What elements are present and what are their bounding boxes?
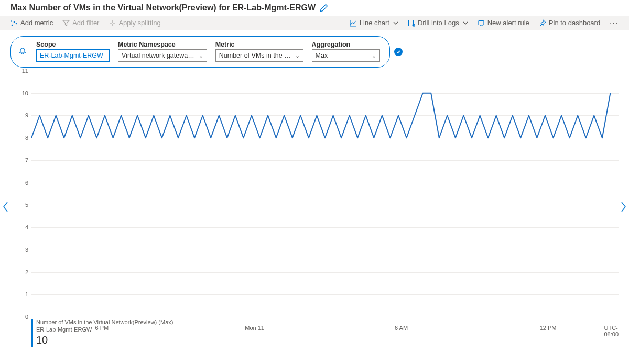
edit-title-icon[interactable] xyxy=(320,4,328,12)
y-tick: 6 xyxy=(16,180,28,186)
metric-select[interactable]: Number of VMs in the … ⌄ xyxy=(215,49,303,62)
y-tick: 5 xyxy=(16,202,28,208)
add-metric-icon xyxy=(10,19,18,27)
timezone-label: UTC-08:00 xyxy=(604,325,619,337)
filter-icon xyxy=(62,19,70,27)
y-tick: 8 xyxy=(16,135,28,141)
scope-label: Scope xyxy=(36,41,110,48)
chevron-down-icon: ⌄ xyxy=(199,52,203,59)
scope-select[interactable]: ER-Lab-Mgmt-ERGW xyxy=(36,49,110,62)
grid-line xyxy=(31,317,619,317)
chart-type-label: Line chart xyxy=(360,19,389,27)
namespace-label: Metric Namespace xyxy=(118,41,207,48)
x-tick: 6 PM xyxy=(95,325,109,331)
pin-dashboard-button[interactable]: Pin to dashboard xyxy=(539,19,600,27)
pin-icon xyxy=(539,19,546,27)
x-tick: 12 PM xyxy=(540,325,557,331)
aggregation-label: Aggregation xyxy=(312,41,380,48)
metric-config-pill: Scope ER-Lab-Mgmt-ERGW Metric Namespace … xyxy=(10,36,390,68)
chevron-down-icon: ⌄ xyxy=(372,52,376,59)
add-metric-label: Add metric xyxy=(20,19,53,27)
y-tick: 0 xyxy=(16,314,28,320)
add-filter-button[interactable]: Add filter xyxy=(62,19,99,27)
chart-type-select[interactable]: Line chart xyxy=(350,19,398,27)
y-tick: 2 xyxy=(16,269,28,275)
bell-icon xyxy=(18,47,27,56)
y-tick: 10 xyxy=(16,90,28,96)
y-tick: 11 xyxy=(16,68,28,74)
chevron-down-icon xyxy=(393,20,398,26)
namespace-value: Virtual network gatewa… xyxy=(122,52,194,59)
config-valid-icon xyxy=(394,48,403,56)
line-chart-icon xyxy=(350,19,357,27)
chart-plot[interactable]: 01234567891011 xyxy=(31,71,619,317)
svg-point-0 xyxy=(12,24,13,26)
y-tick: 7 xyxy=(16,157,28,163)
add-metric-button[interactable]: Add metric xyxy=(10,19,53,27)
chart-series-line xyxy=(31,71,619,317)
chart-legend: Number of VMs in the Virtual Network(Pre… xyxy=(31,319,619,347)
aggregation-select[interactable]: Max ⌄ xyxy=(312,49,380,62)
metric-label: Metric xyxy=(215,41,303,48)
y-tick: 9 xyxy=(16,112,28,118)
split-icon xyxy=(109,19,116,27)
chevron-down-icon xyxy=(463,20,468,26)
svg-point-2 xyxy=(16,23,17,24)
alert-icon xyxy=(478,19,485,27)
svg-rect-5 xyxy=(479,20,484,25)
legend-resource: ER-Lab-Mgmt-ERGW xyxy=(36,326,619,334)
scope-value: ER-Lab-Mgmt-ERGW xyxy=(40,52,103,59)
pin-dashboard-label: Pin to dashboard xyxy=(549,19,600,27)
toolbar: Add metric Add filter Apply splitting Li… xyxy=(0,16,629,30)
x-tick: 6 AM xyxy=(395,325,408,331)
metric-value: Number of VMs in the … xyxy=(219,52,291,59)
more-menu-button[interactable]: ··· xyxy=(610,19,619,27)
new-alert-label: New alert rule xyxy=(487,19,529,27)
new-alert-button[interactable]: New alert rule xyxy=(478,19,529,27)
y-tick: 1 xyxy=(16,291,28,297)
aggregation-value: Max xyxy=(316,52,328,59)
drill-logs-label: Drill into Logs xyxy=(418,19,459,27)
x-tick: Mon 11 xyxy=(245,325,264,331)
svg-point-1 xyxy=(14,21,15,23)
logs-icon xyxy=(408,19,415,27)
namespace-select[interactable]: Virtual network gatewa… ⌄ xyxy=(118,49,207,62)
legend-series-label: Number of VMs in the Virtual Network(Pre… xyxy=(36,319,619,326)
drill-logs-button[interactable]: Drill into Logs xyxy=(408,19,468,27)
apply-splitting-label: Apply splitting xyxy=(118,19,160,27)
chart-area: 01234567891011 6 PMMon 116 AM12 PMUTC-08… xyxy=(10,71,619,347)
add-filter-label: Add filter xyxy=(72,19,99,27)
chevron-down-icon: ⌄ xyxy=(295,52,300,59)
next-chart-button[interactable] xyxy=(617,199,629,215)
legend-value: 10 xyxy=(36,334,619,347)
y-tick: 4 xyxy=(16,224,28,230)
page-title: Max Number of VMs in the Virtual Network… xyxy=(10,3,316,13)
y-tick: 3 xyxy=(16,247,28,253)
prev-chart-button[interactable] xyxy=(0,199,12,215)
apply-splitting-button[interactable]: Apply splitting xyxy=(109,19,160,27)
